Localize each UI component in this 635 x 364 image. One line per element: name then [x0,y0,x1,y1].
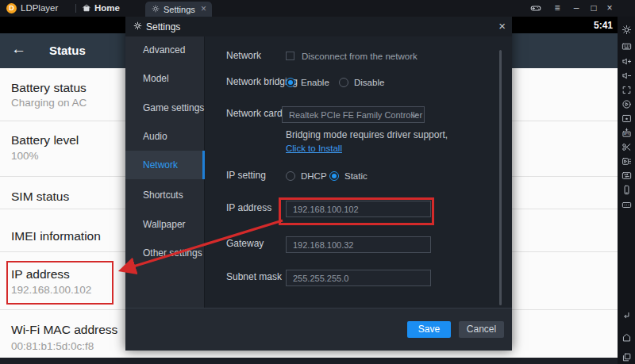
sidebar-item-other-settings[interactable]: Other settings [125,241,205,265]
dhcp-radio-label: DHCP [301,171,327,181]
disable-radio-label: Disable [354,78,384,87]
gear-icon [152,5,160,13]
status-item-title: IP address [11,267,70,282]
status-item-value: 100% [11,150,39,162]
sidebar-item-advanced[interactable]: Advanced [125,38,205,62]
status-item-value: Charging on AC [11,97,87,109]
dialog-footer: Save Cancel [125,308,512,351]
settings-dialog: Settings × Advanced Model Game settings … [125,17,512,351]
home-icon[interactable] [618,331,635,346]
page-title: Status [49,44,86,57]
subnet-mask-label: Subnet mask [226,271,282,282]
status-item-title: Battery status [11,81,87,95]
titlebar-separator [75,4,76,13]
disable-radio[interactable] [339,78,348,87]
close-icon[interactable]: × [603,2,616,15]
network-label: Network [226,50,261,61]
keyboard-icon[interactable] [618,40,635,55]
sidebar-item-network[interactable]: Network [125,151,205,179]
sidebar-item-game-settings[interactable]: Game settings [125,96,205,120]
screen-cut-icon[interactable] [618,141,635,155]
settings-icon[interactable] [618,24,635,38]
dialog-header: Settings × [125,17,512,36]
gateway-label: Gateway [226,238,264,249]
fullscreen-icon[interactable] [618,84,635,98]
back-icon[interactable] [618,310,635,324]
static-radio-label: Static [344,171,368,181]
minimize-icon[interactable]: – [570,2,583,15]
enable-radio-label: Enable [301,78,329,87]
gear-icon [133,21,142,30]
enable-radio[interactable] [286,78,295,87]
ip-setting-label: IP setting [226,170,266,181]
network-card-value: Realtek PCIe FE Family Controller [289,110,422,120]
screen-bottom-strip [0,358,618,364]
recent-apps-icon[interactable] [618,351,635,364]
home-tab-label[interactable]: Home [94,3,120,13]
gateway-input[interactable] [286,236,431,253]
settings-sidebar: Advanced Model Game settings Audio Netwo… [125,36,205,308]
status-item-title: Wi-Fi MAC address [11,323,117,337]
sidebar-item-wallpaper[interactable]: Wallpaper [125,213,205,236]
status-item-title: SIM status [11,190,69,204]
tab-settings[interactable]: Settings × [145,2,212,17]
screenshot-icon[interactable] [618,113,635,127]
sync-icon[interactable] [618,170,635,184]
install-apk-icon[interactable]: APK [618,127,635,141]
settings-content: Network Disconnect from the network Netw… [205,36,512,308]
menu-icon[interactable]: ≡ [551,2,564,15]
operation-recorder-icon[interactable] [618,98,635,113]
more-icon[interactable] [618,199,635,213]
network-card-dropdown[interactable]: Realtek PCIe FE Family Controller [282,106,425,123]
sidebar-item-audio[interactable]: Audio [125,125,205,148]
dialog-title: Settings [146,21,180,33]
gamepad-icon[interactable] [530,2,543,15]
save-button[interactable]: Save [407,321,451,338]
ip-address-label: IP address [226,202,271,213]
sidebar-item-shortcuts[interactable]: Shortcuts [125,183,205,207]
back-arrow-icon[interactable]: ← [11,40,26,58]
install-driver-link[interactable]: Click to Install [286,144,342,153]
maximize-icon[interactable]: □ [587,2,600,15]
disconnect-checkbox-label: Disconnect from the network [302,52,418,61]
home-icon[interactable] [82,3,91,13]
static-radio[interactable] [329,171,339,181]
volume-up-icon[interactable] [618,56,635,70]
network-card-label: Network card [226,108,283,119]
emulator-toolbar: «APK [618,0,635,364]
scrollbar[interactable] [499,50,502,305]
subnet-mask-input[interactable] [286,270,431,286]
close-icon[interactable]: × [498,19,506,33]
tab-close-icon[interactable]: × [201,3,206,14]
ldplayer-logo-icon: D [6,3,17,13]
video-recorder-icon[interactable] [618,155,635,170]
driver-note: Bridging mode requires driver support, [286,129,448,140]
status-item-value: 192.168.100.102 [11,284,91,296]
status-item-title: IMEI information [11,229,101,243]
titlebar: D LDPlayer Home Settings × ≡–□× [0,0,635,17]
ip-address-input[interactable] [286,201,431,217]
cancel-button[interactable]: Cancel [459,321,504,338]
shake-icon[interactable] [618,184,635,198]
ldplayer-window: 5:41 ← Status Battery status Charging on… [0,0,635,364]
clock-time: 5:41 [594,20,613,31]
tab-label: Settings [164,5,195,14]
dhcp-radio[interactable] [286,171,295,181]
disconnect-checkbox[interactable] [286,52,294,60]
sidebar-item-model[interactable]: Model [125,67,205,90]
status-item-value: 00:81:b1:5d:0c:f8 [11,340,94,352]
brand-name: LDPlayer [21,3,58,13]
status-item-title: Battery level [11,133,79,148]
volume-down-icon[interactable] [618,70,635,84]
svg-text:APK: APK [623,132,629,136]
